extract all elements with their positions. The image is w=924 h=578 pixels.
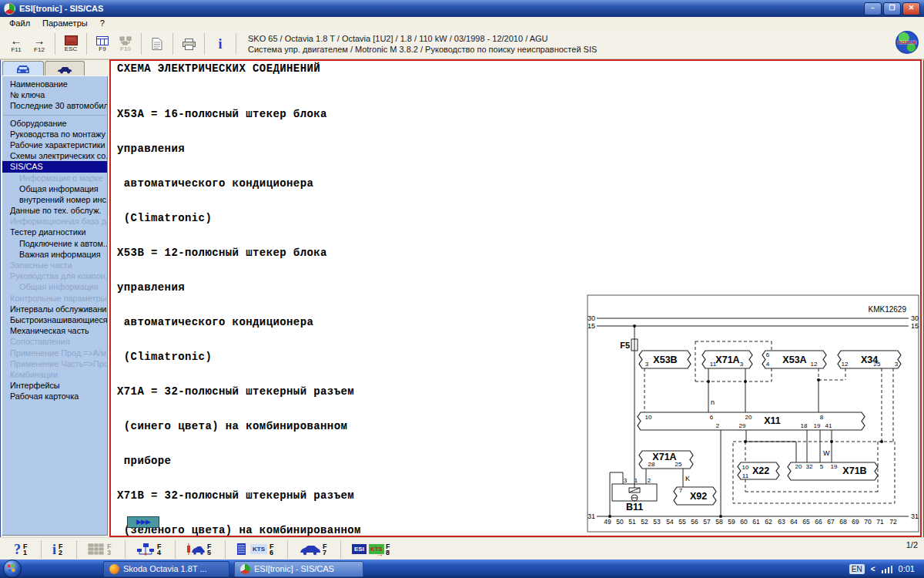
pin-label: 7	[679, 487, 683, 494]
connector-label: X11	[764, 415, 781, 426]
app-icon	[4, 3, 15, 15]
sidebar-item[interactable]: Интервалы обслуживания	[2, 304, 107, 314]
pin-label: 8	[820, 414, 824, 421]
connector-label: X53B	[653, 355, 677, 365]
sidebar-item[interactable]: Быстроизнашивающиеся ...	[2, 314, 107, 325]
start-button[interactable]	[3, 560, 22, 578]
sidebar-item[interactable]: Данные по тех. обслуж.	[2, 205, 107, 216]
scale-number: 67	[827, 518, 835, 526]
pin-label: 25	[675, 461, 682, 468]
pin-label: 6	[766, 351, 770, 358]
junction-dot	[707, 380, 710, 383]
scale-number: 60	[740, 518, 748, 526]
rail-label: 15	[588, 322, 595, 330]
sidebar-item: Комбинации	[2, 369, 107, 380]
scale-number: 62	[765, 518, 772, 526]
menu-options[interactable]: Параметры	[36, 18, 94, 29]
title-bar: ESI[tronic] - SIS/CAS – ❐ ✕	[0, 0, 924, 17]
minimize-button[interactable]: –	[864, 2, 882, 15]
taskbar-item-esitronic[interactable]: ESI[tronic] - SIS/CAS	[234, 561, 363, 577]
sidebar-item[interactable]: Руководства по монтажу	[2, 129, 107, 139]
sidebar-item[interactable]: Рабочая карточка	[2, 391, 107, 402]
taskbar-item-browser[interactable]: Skoda Octavia 1.8T ...	[103, 561, 229, 577]
sidebar-item[interactable]: Оборудование	[2, 118, 107, 129]
sidebar-item: Применение Часть=>Прод.	[2, 358, 107, 369]
language-indicator[interactable]: EN	[849, 564, 865, 574]
scale-number: 54	[666, 518, 674, 526]
sidebar-item: Информационная база да...	[2, 216, 107, 227]
vehicle-button[interactable]: F7	[299, 543, 330, 556]
pin-label: 10	[645, 414, 652, 421]
fkey-divider	[287, 540, 288, 559]
forward-button[interactable]: → F12	[28, 32, 51, 56]
sidebar-item[interactable]: Общая информация	[2, 183, 107, 194]
sidebar-item[interactable]: Рабочие характеристики	[2, 139, 107, 150]
connector-label: X71B	[842, 465, 866, 476]
content-area: СХЕМА ЭЛЕКТРИЧЕСКИХ СОЕДИНЕНИЙ X53A = 16…	[109, 59, 922, 537]
vehicle-icon	[299, 543, 320, 556]
kts-device-button[interactable]: KTS F6	[236, 543, 276, 556]
scale-number: 70	[864, 518, 872, 526]
tray-collapse-icon[interactable]: <	[871, 565, 875, 573]
fkey-toolbar: ? F1 i F2 F3	[0, 537, 924, 560]
esc-button[interactable]: ESC	[59, 32, 82, 56]
sidebar-item[interactable]: внутренний номер инс...	[2, 194, 107, 205]
sidebar-nav: Наименование № ключа Последние 30 автомо…	[2, 76, 108, 536]
menu-file[interactable]: Файл	[3, 18, 36, 29]
sidebar-item-sis-cas[interactable]: SIS/CAS	[2, 161, 107, 172]
legend-text: X53A = 16-полюсный штекер блока управлен…	[117, 86, 361, 578]
tab-vehicle-side[interactable]	[45, 61, 85, 76]
pin-label: 25	[874, 361, 881, 368]
toolbar-divider	[141, 33, 142, 55]
sidebar-item[interactable]: Наименование	[2, 79, 107, 89]
info-icon: i	[218, 37, 222, 51]
pin-label: 41	[825, 422, 832, 429]
component-location-button[interactable]: F5	[186, 543, 214, 556]
sidebar-item[interactable]: Тестер диагностики	[2, 227, 107, 237]
document-button[interactable]	[146, 32, 169, 56]
next-page-button[interactable]: ▶▶▶	[127, 516, 159, 528]
sidebar-item[interactable]: Интерфейсы	[2, 380, 107, 391]
page-title: СХЕМА ЭЛЕКТРИЧЕСКИХ СОЕДИНЕНИЙ	[117, 63, 320, 75]
sidebar: Наименование № ключа Последние 30 автомо…	[2, 61, 108, 536]
fkey-divider	[175, 540, 176, 559]
esi-badge: ESI	[352, 544, 367, 554]
car-side-icon	[57, 65, 72, 74]
junction-dot	[880, 440, 883, 443]
maximize-button[interactable]: ❐	[883, 2, 901, 15]
window-layout-button[interactable]: F9	[91, 32, 114, 56]
info-button[interactable]: i	[209, 32, 232, 56]
junction-dot	[744, 380, 747, 383]
esi-kts-button[interactable]: ESI KTS → F8	[352, 540, 393, 558]
tab-vehicle-front[interactable]	[2, 61, 44, 76]
pin-label: 6	[710, 414, 714, 421]
wiring-diagram-button[interactable]: F4	[136, 543, 164, 556]
help-button[interactable]: ? F1	[14, 543, 30, 556]
window-title: ESI[tronic] - SIS/CAS	[19, 4, 103, 13]
toolbar-divider	[236, 33, 236, 55]
info-f2-button[interactable]: i F2	[52, 543, 65, 556]
sidebar-item[interactable]: Подключение к автом...	[2, 238, 107, 249]
wiring-diagram-icon	[136, 543, 155, 556]
sidebar-item: Применение Прод.=>А/м.	[2, 348, 107, 358]
scale-number: 56	[691, 518, 698, 526]
print-button[interactable]	[177, 32, 200, 56]
sidebar-item: Контрольные параметры...	[2, 293, 107, 304]
sidebar-item[interactable]: № ключа	[2, 89, 107, 100]
scale-number: 72	[889, 518, 897, 526]
back-button[interactable]: ← F11	[5, 32, 28, 56]
close-button[interactable]: ✕	[902, 2, 920, 15]
menu-help[interactable]: ?	[94, 18, 111, 29]
sidebar-item[interactable]: Механическая часть	[2, 325, 107, 336]
sidebar-item: Запасные части	[2, 260, 107, 271]
scale-number: 64	[790, 518, 798, 526]
sidebar-item[interactable]: Важная информация	[2, 249, 107, 260]
sidebar-item[interactable]: Последние 30 автомобилей	[2, 100, 107, 111]
toolbar-divider	[204, 33, 205, 55]
component-location-icon	[186, 543, 205, 555]
pin-label: 11	[710, 361, 717, 368]
fkey-divider	[225, 540, 226, 559]
tree-view-icon	[119, 36, 132, 45]
sidebar-item[interactable]: Схемы электрических со...	[2, 150, 107, 161]
sidebar-item: Руководства для компон...	[2, 271, 107, 281]
